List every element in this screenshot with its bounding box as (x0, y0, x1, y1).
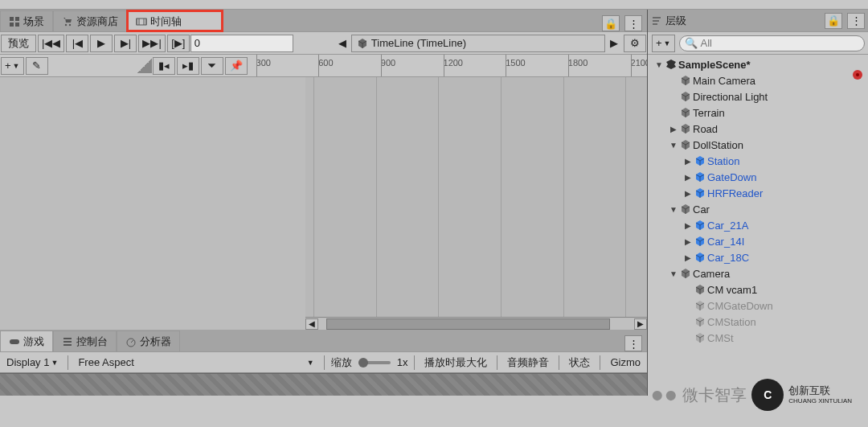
timeline-asset-dropdown[interactable]: TimeLine (TimeLine) (351, 35, 605, 52)
expand-arrow-icon[interactable]: ▼ (669, 141, 678, 150)
marker-button[interactable]: ⏷ (201, 57, 223, 75)
hierarchy-item[interactable]: CM vcam1 (649, 281, 866, 298)
preview-button[interactable]: 预览 (1, 35, 36, 52)
hierarchy-item[interactable]: ▶Station (649, 153, 866, 169)
tab-profiler[interactable]: 分析器 (117, 331, 180, 351)
tab-game[interactable]: 游戏 (0, 331, 53, 351)
kebab-icon: ⋮ (628, 18, 639, 30)
hierarchy-item[interactable]: ▼SampleScene* (649, 56, 866, 72)
film-icon (136, 16, 147, 27)
list-icon (62, 336, 73, 347)
hierarchy-add-button[interactable]: +▼ (652, 35, 675, 52)
timeline-canvas[interactable]: ◀ ▶ (305, 77, 647, 330)
gameobject-icon (694, 332, 706, 343)
expand-arrow-icon[interactable]: ▼ (654, 60, 664, 69)
game-tab-menu[interactable]: ⋮ (624, 335, 642, 351)
tab-timeline[interactable]: 时间轴 (127, 10, 223, 31)
timeline-ruler[interactable]: 3006009001200150018002100 (248, 55, 647, 76)
hierarchy-item[interactable]: Main Camera (649, 72, 866, 88)
hierarchy-item[interactable]: Terrain (649, 105, 866, 121)
hierarchy-item[interactable]: Directional Light (649, 88, 866, 105)
hierarchy-item[interactable]: ▶Road (649, 121, 866, 137)
display-dropdown[interactable]: Display 1▼ (3, 355, 61, 371)
hierarchy-lock[interactable]: 🔒 (825, 13, 842, 29)
hierarchy-tree[interactable]: ▼SampleScene*Main CameraDirectional Ligh… (648, 55, 868, 396)
expand-arrow-icon[interactable]: ▶ (683, 189, 693, 198)
hierarchy-item[interactable]: ▶GateDown (649, 169, 866, 185)
expand-arrow-icon[interactable]: ▶ (683, 253, 693, 262)
hierarchy-item[interactable]: ▶Car_18C (649, 249, 866, 265)
expand-arrow-icon[interactable]: ▶ (669, 125, 678, 133)
chevron-left-icon[interactable]: ◀ (334, 37, 351, 49)
hierarchy-item-label: Car (693, 203, 710, 216)
hierarchy-item[interactable]: ▼Car (649, 201, 866, 217)
scroll-track[interactable] (318, 318, 634, 330)
tab-scene[interactable]: 场景 (0, 10, 53, 31)
edit-mode-button[interactable]: ✎ (26, 57, 48, 75)
hierarchy-item[interactable]: ▶Car_21A (649, 217, 866, 233)
ruler-tick: 1800 (568, 58, 588, 68)
timeline-toolbar: 预览 |◀◀ |◀ ▶ ▶| ▶▶| [▶] 0 ◀ TimeLine (Tim… (0, 32, 647, 55)
game-toolbar: Display 1▼ Free Aspect▼ 缩放 1x 播放时最大化 音频静… (0, 352, 647, 373)
scroll-right-button[interactable]: ▶ (634, 318, 647, 330)
expand-arrow-icon[interactable]: ▶ (683, 173, 693, 182)
gamepad-icon (9, 336, 20, 347)
hierarchy-item-label: DollStation (693, 139, 743, 151)
svg-rect-3 (10, 339, 19, 344)
play-button[interactable]: ▶ (90, 35, 113, 52)
tab-scene-label: 场景 (23, 14, 44, 29)
aspect-dropdown[interactable]: Free Aspect▼ (75, 355, 317, 371)
hierarchy-item[interactable]: ▶Car_14I (649, 233, 866, 249)
timeline-tabbar: 场景 资源商店 时间轴 🔒 ⋮ (0, 10, 647, 32)
hierarchy-item-label: SampleScene* (678, 59, 751, 71)
tab-assetstore[interactable]: 资源商店 (53, 10, 127, 31)
scroll-left-button[interactable]: ◀ (305, 318, 318, 330)
mixin-button[interactable]: ▮◂ (153, 57, 175, 75)
expand-arrow-icon[interactable]: ▼ (669, 205, 678, 214)
hierarchy-item[interactable]: CMGateDown (649, 298, 866, 314)
hierarchy-item-label: CM vcam1 (707, 284, 757, 296)
add-track-button[interactable]: +▼ (1, 57, 24, 75)
mixout-button[interactable]: ▸▮ (177, 57, 199, 75)
ruler-tick: 600 (318, 58, 333, 68)
hierarchy-search[interactable]: 🔍 All (679, 35, 865, 51)
goto-start-button[interactable]: |◀◀ (38, 35, 64, 52)
timeline-options-button[interactable]: ⚙ (624, 35, 646, 52)
ruler-tick: 300 (256, 58, 271, 68)
tab-assetstore-label: 资源商店 (76, 14, 118, 29)
hierarchy-menu[interactable]: ⋮ (847, 13, 865, 29)
play-range-button[interactable]: [▶] (167, 35, 190, 52)
expand-arrow-icon[interactable]: ▶ (683, 237, 693, 246)
expand-arrow-icon[interactable]: ▶ (683, 157, 693, 166)
frame-field[interactable]: 0 (190, 35, 293, 52)
max-on-play-toggle[interactable]: 播放时最大化 (421, 355, 490, 371)
expand-arrow-icon[interactable]: ▶ (683, 221, 693, 230)
hierarchy-item[interactable]: ▶HRFReader (649, 185, 866, 201)
timeline-hscroll[interactable]: ◀ ▶ (305, 317, 647, 330)
hierarchy-item[interactable]: ▼DollStation (649, 137, 866, 153)
tab-menu-button[interactable]: ⋮ (624, 15, 642, 31)
game-tabbar: 游戏 控制台 分析器 ⋮ (0, 330, 647, 352)
goto-end-button[interactable]: ▶▶| (138, 35, 165, 52)
hierarchy-item[interactable]: CMSt (649, 330, 866, 346)
tab-console[interactable]: 控制台 (53, 331, 117, 351)
next-frame-button[interactable]: ▶| (114, 35, 137, 52)
pin-button[interactable]: 📌 (225, 57, 248, 75)
lock-button[interactable]: 🔒 (602, 15, 620, 31)
hierarchy-panel: 层级 🔒 ⋮ +▼ 🔍 All ▼SampleScene*Main Camera… (648, 10, 868, 396)
mute-audio-toggle[interactable]: 音频静音 (504, 355, 552, 371)
hierarchy-item[interactable]: CMStation (649, 314, 866, 330)
stats-toggle[interactable]: 状态 (566, 355, 593, 371)
gameobject-icon (694, 284, 706, 295)
hierarchy-item[interactable]: ▼Camera (649, 265, 866, 281)
scale-slider[interactable] (358, 361, 391, 364)
chevron-right-icon[interactable]: ▶ (605, 37, 623, 49)
ruler-tick: 900 (381, 58, 395, 68)
prev-frame-button[interactable]: |◀ (66, 35, 88, 52)
gizmos-dropdown[interactable]: Gizmo (607, 355, 644, 371)
expand-arrow-icon[interactable]: ▼ (669, 269, 678, 278)
timeline-tracks[interactable]: ◀ ▶ (0, 77, 647, 330)
edit-icon: ✎ (32, 60, 41, 72)
scroll-thumb[interactable] (326, 318, 610, 330)
gameobject-icon (694, 300, 706, 311)
